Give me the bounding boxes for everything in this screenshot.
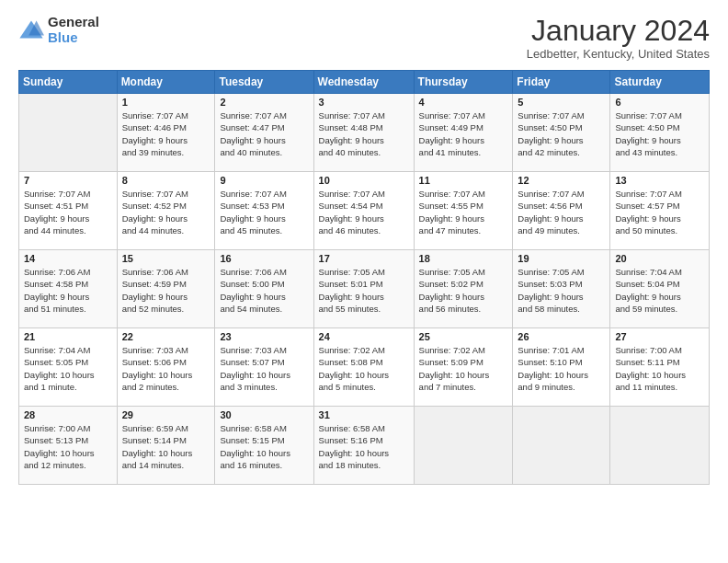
day-number: 30 [220,409,308,420]
day-info: Sunrise: 7:03 AM Sunset: 5:06 PM Dayligh… [122,344,210,393]
day-number: 9 [220,175,308,186]
col-saturday: Saturday [610,71,710,94]
table-row: 28Sunrise: 7:00 AM Sunset: 5:13 PM Dayli… [19,407,118,485]
day-number: 10 [319,175,409,186]
day-info: Sunrise: 7:06 AM Sunset: 4:59 PM Dayligh… [122,266,210,315]
day-info: Sunrise: 7:07 AM Sunset: 4:46 PM Dayligh… [122,109,210,158]
table-row [19,94,118,172]
day-info: Sunrise: 7:01 AM Sunset: 5:10 PM Dayligh… [518,344,605,393]
calendar-header-row: Sunday Monday Tuesday Wednesday Thursday… [19,71,710,94]
day-number: 16 [220,253,308,264]
day-number: 22 [122,331,210,342]
day-info: Sunrise: 7:07 AM Sunset: 4:54 PM Dayligh… [319,188,409,236]
day-number: 28 [24,409,112,420]
day-info: Sunrise: 6:59 AM Sunset: 5:14 PM Dayligh… [122,422,210,471]
col-wednesday: Wednesday [313,71,414,94]
day-info: Sunrise: 6:58 AM Sunset: 5:15 PM Dayligh… [220,422,308,471]
day-number: 1 [122,97,210,108]
table-row: 19Sunrise: 7:05 AM Sunset: 5:03 PM Dayli… [513,250,610,328]
day-info: Sunrise: 7:07 AM Sunset: 4:55 PM Dayligh… [419,188,508,236]
table-row: 16Sunrise: 7:06 AM Sunset: 5:00 PM Dayli… [215,250,313,328]
day-number: 3 [319,97,409,108]
day-info: Sunrise: 7:02 AM Sunset: 5:08 PM Dayligh… [319,344,409,393]
table-row: 7Sunrise: 7:07 AM Sunset: 4:51 PM Daylig… [19,172,118,250]
day-info: Sunrise: 7:07 AM Sunset: 4:50 PM Dayligh… [615,109,704,158]
table-row: 14Sunrise: 7:06 AM Sunset: 4:58 PM Dayli… [19,250,118,328]
day-number: 7 [24,175,112,186]
day-info: Sunrise: 7:07 AM Sunset: 4:47 PM Dayligh… [220,109,308,158]
day-number: 17 [319,253,409,264]
table-row: 17Sunrise: 7:05 AM Sunset: 5:01 PM Dayli… [313,250,414,328]
table-row: 21Sunrise: 7:04 AM Sunset: 5:05 PM Dayli… [19,328,118,407]
table-row: 24Sunrise: 7:02 AM Sunset: 5:08 PM Dayli… [313,328,414,407]
table-row: 22Sunrise: 7:03 AM Sunset: 5:06 PM Dayli… [117,328,215,407]
table-row: 23Sunrise: 7:03 AM Sunset: 5:07 PM Dayli… [215,328,313,407]
page: General Blue January 2024 Ledbetter, Ken… [0,0,728,563]
table-row: 4Sunrise: 7:07 AM Sunset: 4:49 PM Daylig… [414,94,513,172]
col-sunday: Sunday [19,71,118,94]
table-row: 29Sunrise: 6:59 AM Sunset: 5:14 PM Dayli… [117,407,215,485]
table-row: 2Sunrise: 7:07 AM Sunset: 4:47 PM Daylig… [215,94,313,172]
table-row: 27Sunrise: 7:00 AM Sunset: 5:11 PM Dayli… [610,328,710,407]
day-number: 24 [319,331,409,342]
day-info: Sunrise: 7:06 AM Sunset: 4:58 PM Dayligh… [24,266,112,315]
table-row: 18Sunrise: 7:05 AM Sunset: 5:02 PM Dayli… [414,250,513,328]
month-title: January 2024 [527,15,710,47]
day-number: 6 [615,97,704,108]
day-info: Sunrise: 7:07 AM Sunset: 4:50 PM Dayligh… [518,109,605,158]
table-row: 26Sunrise: 7:01 AM Sunset: 5:10 PM Dayli… [513,328,610,407]
day-info: Sunrise: 7:07 AM Sunset: 4:53 PM Dayligh… [220,188,308,236]
table-row: 13Sunrise: 7:07 AM Sunset: 4:57 PM Dayli… [610,172,710,250]
table-row: 9Sunrise: 7:07 AM Sunset: 4:53 PM Daylig… [215,172,313,250]
day-info: Sunrise: 7:05 AM Sunset: 5:02 PM Dayligh… [419,266,508,315]
day-number: 2 [220,97,308,108]
day-number: 15 [122,253,210,264]
calendar-week-5: 28Sunrise: 7:00 AM Sunset: 5:13 PM Dayli… [19,407,710,485]
table-row: 3Sunrise: 7:07 AM Sunset: 4:48 PM Daylig… [313,94,414,172]
table-row: 10Sunrise: 7:07 AM Sunset: 4:54 PM Dayli… [313,172,414,250]
table-row: 12Sunrise: 7:07 AM Sunset: 4:56 PM Dayli… [513,172,610,250]
table-row: 15Sunrise: 7:06 AM Sunset: 4:59 PM Dayli… [117,250,215,328]
day-number: 31 [319,409,409,420]
day-info: Sunrise: 7:06 AM Sunset: 5:00 PM Dayligh… [220,266,308,315]
col-monday: Monday [117,71,215,94]
day-info: Sunrise: 7:07 AM Sunset: 4:57 PM Dayligh… [615,188,704,236]
col-thursday: Thursday [414,71,513,94]
table-row: 31Sunrise: 6:58 AM Sunset: 5:16 PM Dayli… [313,407,414,485]
day-info: Sunrise: 7:07 AM Sunset: 4:52 PM Dayligh… [122,188,210,236]
day-number: 20 [615,253,704,264]
day-info: Sunrise: 7:07 AM Sunset: 4:56 PM Dayligh… [518,188,605,236]
day-number: 25 [419,331,508,342]
table-row: 6Sunrise: 7:07 AM Sunset: 4:50 PM Daylig… [610,94,710,172]
day-info: Sunrise: 7:00 AM Sunset: 5:13 PM Dayligh… [24,422,112,471]
table-row: 30Sunrise: 6:58 AM Sunset: 5:15 PM Dayli… [215,407,313,485]
calendar-week-4: 21Sunrise: 7:04 AM Sunset: 5:05 PM Dayli… [19,328,710,407]
logo: General Blue [18,15,99,45]
logo-general: General [48,15,99,30]
day-info: Sunrise: 7:07 AM Sunset: 4:49 PM Dayligh… [419,109,508,158]
day-info: Sunrise: 7:02 AM Sunset: 5:09 PM Dayligh… [419,344,508,393]
day-info: Sunrise: 7:05 AM Sunset: 5:01 PM Dayligh… [319,266,409,315]
table-row: 8Sunrise: 7:07 AM Sunset: 4:52 PM Daylig… [117,172,215,250]
day-number: 5 [518,97,605,108]
day-number: 19 [518,253,605,264]
day-number: 8 [122,175,210,186]
day-number: 4 [419,97,508,108]
day-info: Sunrise: 7:05 AM Sunset: 5:03 PM Dayligh… [518,266,605,315]
title-block: January 2024 Ledbetter, Kentucky, United… [527,15,710,61]
day-number: 21 [24,331,112,342]
day-info: Sunrise: 6:58 AM Sunset: 5:16 PM Dayligh… [319,422,409,471]
day-info: Sunrise: 7:07 AM Sunset: 4:51 PM Dayligh… [24,188,112,236]
logo-blue: Blue [48,30,99,46]
table-row: 20Sunrise: 7:04 AM Sunset: 5:04 PM Dayli… [610,250,710,328]
calendar-table: Sunday Monday Tuesday Wednesday Thursday… [18,70,710,485]
day-number: 13 [615,175,704,186]
table-row [610,407,710,485]
day-number: 18 [419,253,508,264]
day-number: 12 [518,175,605,186]
header: General Blue January 2024 Ledbetter, Ken… [18,15,710,61]
day-info: Sunrise: 7:03 AM Sunset: 5:07 PM Dayligh… [220,344,308,393]
table-row: 5Sunrise: 7:07 AM Sunset: 4:50 PM Daylig… [513,94,610,172]
calendar-week-1: 1Sunrise: 7:07 AM Sunset: 4:46 PM Daylig… [19,94,710,172]
table-row [414,407,513,485]
